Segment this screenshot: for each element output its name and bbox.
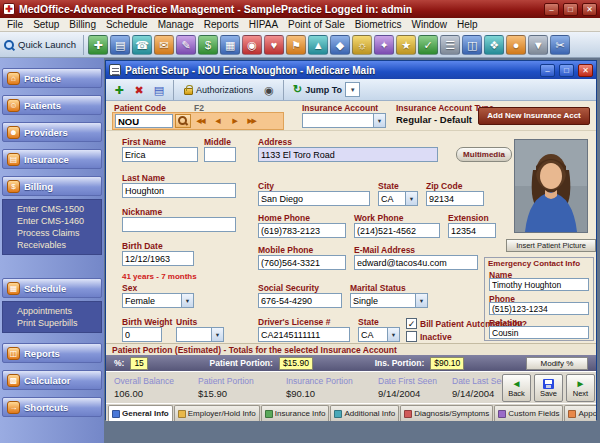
menu-schedule[interactable]: Schedule: [101, 19, 153, 30]
menu-help[interactable]: Help: [452, 19, 483, 30]
toolbar-icon-7[interactable]: ▦: [220, 35, 240, 55]
toolbar-icon-13[interactable]: ☼: [352, 35, 372, 55]
multimedia-button[interactable]: Multimedia: [456, 147, 512, 162]
authorizations-button[interactable]: Authorizations: [179, 81, 258, 99]
tab-diagnosis-symptoms[interactable]: Diagnosis/Symptoms: [400, 405, 493, 421]
window-minimize-button[interactable]: –: [540, 64, 555, 77]
modify-percent-button[interactable]: Modify %: [526, 357, 588, 370]
toolbar-icon-15[interactable]: ★: [396, 35, 416, 55]
toolbar-icon-18[interactable]: ◫: [462, 35, 482, 55]
toolbar-icon-8[interactable]: ◉: [242, 35, 262, 55]
sidebar-item-insurance[interactable]: ▤ Insurance: [2, 149, 102, 169]
tab-additional-info[interactable]: Additional Info: [330, 405, 399, 421]
back-button[interactable]: ◄ Back: [502, 374, 531, 402]
sidebar-item-providers[interactable]: ☻ Providers: [2, 122, 102, 142]
insert-patient-picture-button[interactable]: Insert Patient Picture: [506, 239, 596, 252]
quick-launch[interactable]: Quick Launch: [3, 39, 80, 51]
last-name-input[interactable]: [122, 183, 236, 198]
marital-status-select[interactable]: Single: [350, 293, 428, 308]
toolbar-icon-14[interactable]: ✦: [374, 35, 394, 55]
emergency-name-input[interactable]: [489, 278, 589, 291]
menu-biometrics[interactable]: Biometrics: [350, 19, 407, 30]
window-maximize-button[interactable]: □: [559, 64, 574, 77]
save-button[interactable]: Save: [534, 374, 563, 402]
menu-reports[interactable]: Reports: [199, 19, 244, 30]
city-input[interactable]: [258, 191, 370, 206]
emergency-relation-input[interactable]: [489, 326, 589, 339]
toolbar-icon-16[interactable]: ✓: [418, 35, 438, 55]
toolbar-icon-2[interactable]: ▤: [110, 35, 130, 55]
toolbar-icon-20[interactable]: ●: [506, 35, 526, 55]
tab-employer-hold-info[interactable]: Employer/Hold Info: [174, 405, 260, 421]
first-record-button[interactable]: ◀◀: [193, 114, 208, 128]
tab-custom-fields[interactable]: Custom Fields: [494, 405, 563, 421]
patient-search-button[interactable]: [175, 114, 191, 128]
menu-billing[interactable]: Billing: [64, 19, 101, 30]
emergency-phone-input[interactable]: [489, 302, 589, 315]
state-select[interactable]: CA: [378, 191, 418, 206]
sidebar-item-schedule[interactable]: ▦ Schedule: [2, 278, 102, 298]
toolbar-icon-19[interactable]: ❖: [484, 35, 504, 55]
previous-record-button[interactable]: ◀: [210, 114, 225, 128]
toolbar-icon-12[interactable]: ◆: [330, 35, 350, 55]
menu-file[interactable]: File: [2, 19, 28, 30]
toolbar-icon-22[interactable]: ✂: [550, 35, 570, 55]
window-close-button[interactable]: ✕: [578, 64, 593, 77]
toolbar-icon-10[interactable]: ⚑: [286, 35, 306, 55]
mobile-phone-input[interactable]: [258, 255, 346, 270]
first-name-input[interactable]: [122, 147, 198, 162]
inactive-checkbox[interactable]: [406, 331, 417, 342]
menu-window[interactable]: Window: [407, 19, 453, 30]
menu-manage[interactable]: Manage: [153, 19, 199, 30]
middle-input[interactable]: [204, 147, 236, 162]
menu-point-of-sale[interactable]: Point of Sale: [283, 19, 350, 30]
extension-input[interactable]: [448, 223, 496, 238]
add-new-insurance-button[interactable]: Add New Insurance Acct: [478, 107, 590, 125]
menu-hipaa[interactable]: HIPAA: [244, 19, 283, 30]
sidebar-item-shortcuts[interactable]: → Shortcuts: [2, 397, 102, 417]
birth-weight-input[interactable]: [122, 327, 162, 342]
sidebar-item-practice[interactable]: ⌂ Practice: [2, 68, 102, 88]
sidebar-item-calculator[interactable]: ▩ Calculator: [2, 370, 102, 390]
work-phone-input[interactable]: [354, 223, 440, 238]
menu-setup[interactable]: Setup: [28, 19, 64, 30]
units-select[interactable]: [176, 327, 224, 342]
email-input[interactable]: [354, 255, 478, 270]
sidebar-item-reports[interactable]: ◫ Reports: [2, 343, 102, 363]
sidebar-item-patients[interactable]: ☺ Patients: [2, 95, 102, 115]
zip-code-input[interactable]: [426, 191, 484, 206]
sidebar-subitem-appointments[interactable]: Appointments: [3, 305, 101, 317]
sidebar-subitem-receivables[interactable]: Receivables: [3, 239, 101, 251]
camera-icon[interactable]: ◉: [260, 81, 278, 99]
toolbar-icon-5[interactable]: ✎: [176, 35, 196, 55]
maximize-button[interactable]: □: [563, 3, 578, 16]
next-record-button[interactable]: ▶: [227, 114, 242, 128]
chevron-down-icon[interactable]: ▼: [345, 82, 360, 97]
insurance-account-select[interactable]: [302, 113, 386, 128]
last-record-button[interactable]: ▶▶: [244, 114, 259, 128]
sex-select[interactable]: Female: [122, 293, 194, 308]
social-security-input[interactable]: [258, 293, 342, 308]
toolbar-icon-11[interactable]: ▲: [308, 35, 328, 55]
minimize-button[interactable]: –: [544, 3, 559, 16]
toolbar-icon-1[interactable]: ✚: [88, 35, 108, 55]
delete-icon[interactable]: ✖: [130, 81, 148, 99]
toolbar-icon-21[interactable]: ▼: [528, 35, 548, 55]
sidebar-subitem-enter-cms-1460[interactable]: Enter CMS-1460: [3, 215, 101, 227]
toolbar-icon-3[interactable]: ☎: [132, 35, 152, 55]
bill-auto-checkbox[interactable]: ✓: [406, 318, 417, 329]
sidebar-item-billing[interactable]: $ Billing: [2, 176, 102, 196]
toolbar-icon-9[interactable]: ♥: [264, 35, 284, 55]
next-button[interactable]: ► Next: [566, 374, 595, 402]
close-button[interactable]: ✕: [582, 3, 597, 16]
birth-date-input[interactable]: [122, 251, 194, 266]
form-icon[interactable]: ▤: [150, 81, 168, 99]
tab-appointments[interactable]: Appointments: [564, 405, 596, 421]
sidebar-subitem-print-superbills[interactable]: Print Superbills: [3, 317, 101, 329]
home-phone-input[interactable]: [258, 223, 346, 238]
nickname-input[interactable]: [122, 217, 236, 232]
sidebar-subitem-enter-cms-1500[interactable]: Enter CMS-1500: [3, 203, 101, 215]
jump-to-control[interactable]: ↻ Jump To ▼: [293, 82, 360, 97]
toolbar-icon-6[interactable]: $: [198, 35, 218, 55]
dl-state-select[interactable]: CA: [358, 327, 400, 342]
